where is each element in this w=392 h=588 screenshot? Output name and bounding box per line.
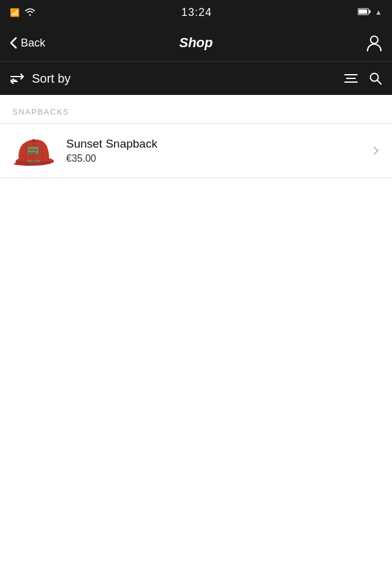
svg-rect-12 xyxy=(32,160,36,162)
svg-rect-1 xyxy=(369,10,371,13)
sort-bar: Sort by xyxy=(0,61,392,95)
back-label: Back xyxy=(21,37,45,50)
back-chevron-icon xyxy=(10,37,17,49)
hat-svg: SOGA APPAREL xyxy=(12,132,55,169)
sort-left[interactable]: Sort by xyxy=(10,72,70,86)
battery-icon xyxy=(358,7,371,17)
user-button[interactable] xyxy=(333,34,382,51)
svg-line-5 xyxy=(377,80,381,84)
sort-icons xyxy=(344,72,382,85)
status-bar-time: 13:24 xyxy=(181,6,212,19)
search-button[interactable] xyxy=(369,72,382,85)
section-header-snapbacks: SNAPBACKS xyxy=(0,95,392,123)
back-button[interactable]: Back xyxy=(10,37,59,50)
product-info: Sunset Snapback €35.00 xyxy=(66,137,371,164)
product-item[interactable]: SOGA APPAREL Sunset Snapback €35.00 xyxy=(0,124,392,178)
sort-label: Sort by xyxy=(32,72,70,86)
status-bar-left: 📶 xyxy=(10,7,36,18)
product-chevron-icon xyxy=(370,146,379,155)
status-bar: 📶 13:24 ▲ xyxy=(0,0,392,24)
signal2-icon: ▲ xyxy=(375,8,382,17)
page-title: Shop xyxy=(179,35,213,51)
product-image: SOGA APPAREL xyxy=(12,132,55,169)
section-label: SNAPBACKS xyxy=(12,107,69,116)
sort-arrows-icon xyxy=(10,73,24,84)
user-icon xyxy=(366,34,382,51)
product-price: €35.00 xyxy=(66,153,371,164)
svg-point-3 xyxy=(371,36,378,43)
filter-button[interactable] xyxy=(344,74,358,83)
svg-text:APPAREL: APPAREL xyxy=(29,152,37,154)
svg-rect-2 xyxy=(359,10,368,14)
svg-text:SOGA: SOGA xyxy=(29,148,38,151)
product-list: SNAPBACKS SOGA APPAREL xyxy=(0,95,392,178)
nav-bar: Back Shop xyxy=(0,24,392,61)
wifi-icon xyxy=(24,7,36,18)
status-bar-right: ▲ xyxy=(358,7,382,17)
svg-point-13 xyxy=(32,139,35,142)
product-name: Sunset Snapback xyxy=(66,137,371,151)
signal-icon: 📶 xyxy=(10,8,20,17)
